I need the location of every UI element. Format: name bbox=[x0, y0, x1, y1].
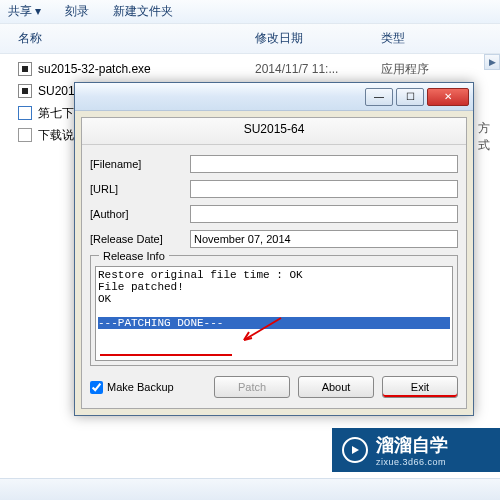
col-type[interactable]: 类型 bbox=[381, 30, 500, 47]
toolbar-newfolder[interactable]: 新建文件夹 bbox=[113, 3, 173, 20]
make-backup-checkbox[interactable] bbox=[90, 381, 103, 394]
release-line[interactable]: File patched! bbox=[98, 281, 450, 293]
release-date-label: [Release Date] bbox=[90, 233, 190, 245]
column-headers: 名称 修改日期 类型 bbox=[0, 24, 500, 54]
release-date-input[interactable] bbox=[190, 230, 458, 248]
dialog-body: SU2015-64 [Filename] [URL] [Author] [Rel… bbox=[81, 117, 467, 409]
col-date[interactable]: 修改日期 bbox=[255, 30, 381, 47]
col-name[interactable]: 名称 bbox=[0, 30, 255, 47]
filename-input[interactable] bbox=[190, 155, 458, 173]
make-backup-text: Make Backup bbox=[107, 381, 174, 393]
make-backup-label[interactable]: Make Backup bbox=[90, 381, 206, 394]
patch-button[interactable]: Patch bbox=[214, 376, 290, 398]
watermark-sub: zixue.3d66.com bbox=[376, 457, 448, 467]
release-info-legend: Release Info bbox=[99, 250, 169, 262]
text-icon bbox=[18, 128, 32, 142]
author-input[interactable] bbox=[190, 205, 458, 223]
minimize-button[interactable]: — bbox=[365, 88, 393, 106]
maximize-button[interactable]: ☐ bbox=[396, 88, 424, 106]
titlebar[interactable]: — ☐ ✕ bbox=[75, 83, 473, 111]
status-bar bbox=[0, 478, 500, 500]
toolbar-burn[interactable]: 刻录 bbox=[65, 3, 89, 20]
dialog-title: SU2015-64 bbox=[82, 118, 466, 145]
release-info-group: Release Info Restore original file time … bbox=[90, 255, 458, 366]
exe-icon bbox=[18, 62, 32, 76]
release-line[interactable]: ---PATCHING DONE--- bbox=[98, 317, 450, 329]
about-button[interactable]: About bbox=[298, 376, 374, 398]
release-line[interactable]: OK bbox=[98, 293, 450, 305]
watermark: 溜溜自学 zixue.3d66.com bbox=[332, 428, 500, 472]
patch-dialog: — ☐ ✕ SU2015-64 [Filename] [URL] [Author… bbox=[74, 82, 474, 416]
release-line[interactable] bbox=[98, 305, 450, 317]
play-icon bbox=[342, 437, 368, 463]
explorer-toolbar: 共享 ▾ 刻录 新建文件夹 bbox=[0, 0, 500, 24]
url-input[interactable] bbox=[190, 180, 458, 198]
shortcut-icon bbox=[18, 106, 32, 120]
file-date: 2014/11/7 11:... bbox=[255, 62, 381, 76]
watermark-brand: 溜溜自学 bbox=[376, 435, 448, 455]
exit-button[interactable]: Exit bbox=[382, 376, 458, 398]
release-line[interactable]: Restore original file time : OK bbox=[98, 269, 450, 281]
toolbar-share[interactable]: 共享 ▾ bbox=[8, 3, 41, 20]
file-row[interactable]: su2015-32-patch.exe 2014/11/7 11:... 应用程… bbox=[0, 58, 500, 80]
filename-label: [Filename] bbox=[90, 158, 190, 170]
file-type: 应用程序 bbox=[381, 61, 500, 78]
author-label: [Author] bbox=[90, 208, 190, 220]
url-label: [URL] bbox=[90, 183, 190, 195]
close-button[interactable]: ✕ bbox=[427, 88, 469, 106]
peek-text: 方式 bbox=[478, 120, 500, 154]
exe-icon bbox=[18, 84, 32, 98]
file-name: su2015-32-patch.exe bbox=[38, 62, 151, 76]
release-info-box[interactable]: Restore original file time : OKFile patc… bbox=[95, 266, 453, 361]
header-scroll-right-icon[interactable]: ▶ bbox=[484, 54, 500, 70]
